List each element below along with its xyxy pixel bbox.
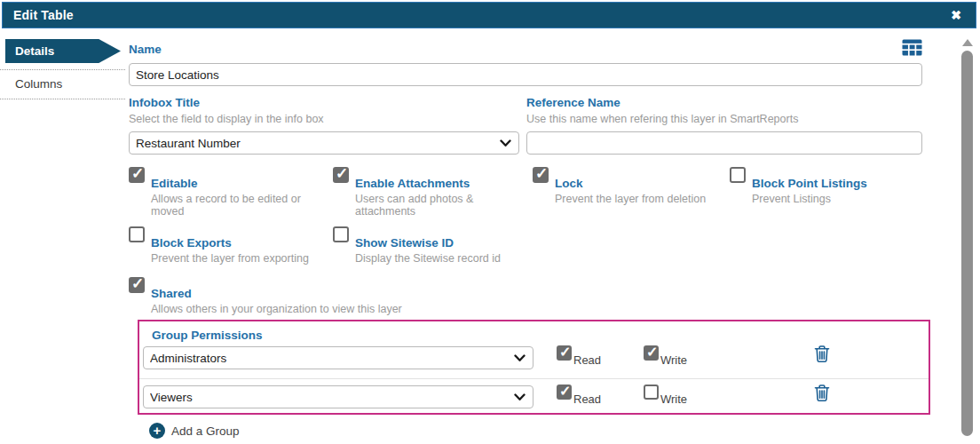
- shared-description: Allows others in your organization to vi…: [151, 303, 502, 315]
- write-checkbox-administrators[interactable]: [644, 345, 659, 361]
- trash-icon-svg: [814, 345, 830, 363]
- reference-name-input[interactable]: [526, 131, 922, 155]
- enable-attachments-label: Enable Attachments: [355, 177, 526, 190]
- write-label: Write: [660, 392, 687, 406]
- infobox-title-select-wrap: Restaurant Number: [129, 131, 519, 155]
- field-block-point-listings: Block Point Listings Prevent Listings: [730, 167, 916, 205]
- reference-name-description: Use this name when refering this layer i…: [526, 113, 798, 125]
- group-select-wrap: Administrators: [143, 346, 533, 369]
- scroll-up-icon[interactable]: [962, 39, 973, 46]
- name-input[interactable]: [129, 63, 922, 86]
- read-checkbox-viewers[interactable]: [557, 385, 572, 400]
- field-block-exports: Block Exports Prevent the layer from exp…: [129, 226, 326, 265]
- enable-attachments-description: Users can add photos & attachments: [355, 193, 526, 218]
- group-select-administrators[interactable]: Administrators: [143, 346, 533, 369]
- dialog-title: Edit Table: [3, 8, 74, 22]
- write-permission-row2: Write: [644, 385, 687, 406]
- block-point-listings-label: Block Point Listings: [752, 177, 916, 190]
- infobox-title-description: Select the field to display in the info …: [129, 113, 324, 125]
- shared-label: Shared: [151, 287, 502, 300]
- editable-label: Editable: [151, 177, 326, 190]
- show-sitewise-id-checkbox[interactable]: [333, 226, 349, 242]
- field-show-sitewise-id: Show Sitewise ID Display the Sitewise re…: [333, 226, 526, 265]
- group-select-viewers[interactable]: Viewers: [143, 385, 533, 408]
- read-checkbox-administrators[interactable]: [557, 345, 572, 361]
- add-group-button[interactable]: + Add a Group: [149, 423, 240, 439]
- write-checkbox-viewers[interactable]: [644, 385, 659, 400]
- tab-separator: [0, 99, 125, 99]
- tab-details[interactable]: Details: [5, 39, 121, 63]
- lock-checkbox[interactable]: [533, 167, 549, 183]
- editable-checkbox[interactable]: [129, 167, 145, 183]
- lock-label: Lock: [555, 177, 723, 190]
- block-exports-description: Prevent the layer from exporting: [151, 252, 326, 265]
- field-shared: Shared Allows others in your organizatio…: [129, 277, 502, 315]
- group-row-divider: [139, 378, 929, 379]
- reference-name-label: Reference Name: [526, 96, 620, 109]
- table-grid-icon-svg: [902, 39, 922, 56]
- dialog-titlebar: Edit Table ✖: [2, 2, 976, 28]
- table-grid-icon[interactable]: [902, 39, 922, 59]
- enable-attachments-checkbox[interactable]: [333, 167, 349, 183]
- write-permission-row1: Write: [644, 345, 687, 367]
- infobox-title-select[interactable]: Restaurant Number: [129, 131, 519, 155]
- write-label: Write: [660, 353, 687, 367]
- editable-description: Allows a record to be edited or moved: [151, 193, 326, 218]
- show-sitewise-id-description: Display the Sitewise record id: [355, 252, 526, 265]
- plus-icon: +: [149, 423, 165, 439]
- block-exports-checkbox[interactable]: [129, 226, 145, 242]
- name-label: Name: [129, 43, 162, 56]
- trash-icon-svg: [814, 384, 830, 402]
- read-permission-row1: Read: [557, 345, 601, 367]
- lock-description: Prevent the layer from deletion: [555, 193, 723, 205]
- read-permission-row2: Read: [557, 385, 601, 406]
- field-lock: Lock Prevent the layer from deletion: [533, 167, 723, 205]
- shared-checkbox[interactable]: [129, 277, 145, 293]
- group-permissions-label: Group Permissions: [152, 329, 263, 342]
- tab-columns-label: Columns: [15, 77, 62, 91]
- block-exports-label: Block Exports: [151, 236, 326, 250]
- close-icon[interactable]: ✖: [951, 9, 976, 21]
- read-label: Read: [573, 353, 601, 367]
- tab-details-label: Details: [15, 44, 54, 58]
- block-point-listings-checkbox[interactable]: [730, 167, 746, 183]
- infobox-title-label: Infobox Title: [129, 96, 200, 109]
- show-sitewise-id-label: Show Sitewise ID: [355, 236, 526, 250]
- trash-icon-viewers[interactable]: [814, 384, 830, 405]
- tab-separator: [0, 69, 125, 70]
- scrollbar-thumb[interactable]: [961, 51, 973, 436]
- group-permissions-section: Group Permissions Administrators Read Wr…: [138, 320, 930, 415]
- group-select-wrap: Viewers: [143, 385, 533, 408]
- read-label: Read: [573, 392, 601, 406]
- trash-icon-administrators[interactable]: [814, 345, 830, 366]
- block-point-listings-description: Prevent Listings: [752, 193, 916, 205]
- add-group-label: Add a Group: [171, 424, 240, 438]
- field-enable-attachments: Enable Attachments Users can add photos …: [333, 167, 526, 218]
- field-editable: Editable Allows a record to be edited or…: [129, 167, 326, 218]
- tab-columns[interactable]: Columns: [15, 77, 62, 91]
